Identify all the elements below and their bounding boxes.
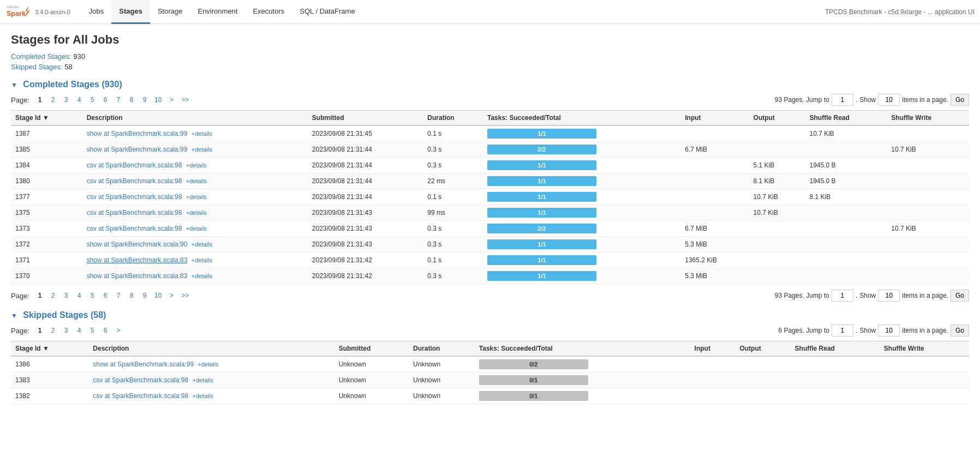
page-4-link-bot[interactable]: 4	[73, 290, 85, 302]
page-10-link-bot[interactable]: 10	[152, 290, 164, 302]
page-next-link[interactable]: >	[165, 94, 177, 106]
stage-description-link[interactable]: show at SparkBenchmark.scala:83	[87, 272, 188, 280]
skipped-page-2-link[interactable]: 2	[47, 324, 59, 336]
nav-sql-dataframe[interactable]: SQL / DataFrame	[292, 0, 362, 24]
show-items-input-bottom[interactable]	[878, 290, 900, 302]
skipped-details-link[interactable]: +details	[192, 393, 213, 399]
skipped-jump-to-input[interactable]	[832, 324, 853, 336]
skipped-output-cell	[735, 388, 790, 404]
page-3-link-bot[interactable]: 3	[60, 290, 72, 302]
details-link[interactable]: +details	[186, 162, 207, 169]
table-row: 1382 csv at SparkBenchmark.scala:98 +det…	[11, 388, 969, 404]
page-last-link[interactable]: >>	[178, 94, 192, 106]
page-3-link[interactable]: 3	[60, 94, 72, 106]
skipped-col-submitted: Submitted	[334, 341, 409, 357]
go-button-bottom[interactable]: Go	[951, 290, 969, 302]
stage-description-link[interactable]: show at SparkBenchmark.scala:90	[87, 240, 188, 248]
page-5-link[interactable]: 5	[86, 94, 98, 106]
input-cell: 1365.2 KiB	[680, 252, 749, 268]
nav-storage[interactable]: Storage	[150, 0, 190, 24]
completed-section-header[interactable]: ▼ Completed Stages (930)	[11, 80, 969, 89]
stage-description-link[interactable]: csv at SparkBenchmark.scala:98	[87, 225, 182, 232]
description-cell: csv at SparkBenchmark.scala:98 +details	[82, 221, 308, 237]
skipped-details-link[interactable]: +details	[192, 377, 213, 383]
page-10-link[interactable]: 10	[152, 94, 164, 106]
shuffle-read-cell	[805, 252, 887, 268]
nav-executors[interactable]: Executors	[245, 0, 292, 24]
page-next-link-bot[interactable]: >	[165, 290, 177, 302]
completed-stages-link[interactable]: Completed Stages:	[11, 52, 71, 61]
duration-cell: 0.3 s	[423, 158, 483, 173]
jump-to-input-top[interactable]	[832, 94, 853, 106]
details-link[interactable]: +details	[186, 178, 207, 184]
details-link[interactable]: +details	[186, 225, 207, 232]
page-2-link[interactable]: 2	[47, 94, 59, 106]
page-6-link-bot[interactable]: 6	[99, 290, 111, 302]
skipped-page-6-link[interactable]: 6	[99, 324, 111, 336]
duration-cell: 0.1 s	[423, 125, 483, 142]
stage-description-link[interactable]: show at SparkBenchmark.scala:83	[87, 256, 188, 264]
svg-text:Spark: Spark	[7, 10, 26, 17]
shuffle-write-cell	[887, 125, 969, 142]
details-link[interactable]: +details	[186, 194, 207, 200]
skipped-stage-description-link[interactable]: csv at SparkBenchmark.scala:98	[93, 392, 188, 400]
page-6-link[interactable]: 6	[99, 94, 111, 106]
page-7-link[interactable]: 7	[112, 94, 124, 106]
skipped-stage-description-link[interactable]: csv at SparkBenchmark.scala:98	[93, 376, 188, 384]
details-link[interactable]: +details	[192, 130, 212, 137]
page-9-link[interactable]: 9	[139, 94, 151, 106]
skipped-details-link[interactable]: +details	[198, 361, 218, 368]
page-7-link-bot[interactable]: 7	[112, 290, 124, 302]
details-link[interactable]: +details	[186, 209, 207, 216]
skipped-show-items-input[interactable]	[878, 324, 900, 336]
show-items-input-top[interactable]	[878, 94, 900, 106]
skipped-page-next-link[interactable]: >	[112, 324, 124, 336]
stage-description-link[interactable]: csv at SparkBenchmark.scala:98	[87, 209, 182, 217]
duration-cell: 0.1 s	[423, 252, 483, 268]
skipped-col-tasks: Tasks: Succeeded/Total	[475, 341, 690, 357]
page-5-link-bot[interactable]: 5	[86, 290, 98, 302]
spark-logo-icon: APACHE Spark	[5, 4, 32, 20]
skipped-col-shuffle-read: Shuffle Read	[791, 341, 880, 357]
nav-stages[interactable]: Stages	[111, 0, 150, 24]
skipped-output-cell	[735, 356, 790, 372]
stage-description-link[interactable]: show at SparkBenchmark.scala:99	[87, 146, 188, 153]
skipped-tasks-progress-bar: 0/1	[479, 391, 588, 401]
stage-description-link[interactable]: csv at SparkBenchmark.scala:98	[87, 161, 182, 169]
page-2-link-bot[interactable]: 2	[47, 290, 59, 302]
col-stage-id[interactable]: Stage Id ▼	[11, 111, 82, 126]
nav-environment[interactable]: Environment	[190, 0, 245, 24]
page-4-link[interactable]: 4	[73, 94, 85, 106]
output-cell: 10.7 KiB	[749, 205, 805, 221]
submitted-cell: 2023/09/08 21:31:42	[308, 268, 423, 284]
stage-description-link[interactable]: csv at SparkBenchmark.scala:98	[87, 177, 182, 185]
stage-description-link[interactable]: show at SparkBenchmark.scala:99	[87, 130, 188, 137]
skipped-stage-description-link[interactable]: show at SparkBenchmark.scala:99	[93, 360, 194, 368]
col-duration: Duration	[423, 111, 483, 126]
skipped-page-4-link[interactable]: 4	[73, 324, 85, 336]
nav-jobs[interactable]: Jobs	[81, 0, 111, 24]
details-link[interactable]: +details	[192, 257, 212, 263]
skipped-tasks-progress-label: 0/1	[479, 391, 588, 401]
skipped-go-button[interactable]: Go	[951, 324, 969, 336]
skipped-submitted-cell: Unknown	[334, 356, 409, 372]
skipped-shuffle-write-cell	[880, 388, 969, 404]
skipped-page-3-link[interactable]: 3	[60, 324, 72, 336]
go-button-top[interactable]: Go	[951, 94, 969, 106]
details-link[interactable]: +details	[192, 146, 212, 153]
details-link[interactable]: +details	[192, 241, 212, 248]
jump-to-input-bottom[interactable]	[832, 290, 853, 302]
skipped-col-stage-id[interactable]: Stage Id ▼	[11, 341, 88, 357]
skipped-stages-link[interactable]: Skipped Stages:	[11, 63, 63, 71]
page-8-link[interactable]: 8	[126, 94, 138, 106]
skipped-section-header[interactable]: ▼ Skipped Stages (58)	[11, 310, 969, 320]
page-8-link-bot[interactable]: 8	[126, 290, 138, 302]
page-last-link-bot[interactable]: >>	[178, 290, 192, 302]
details-link[interactable]: +details	[192, 273, 212, 279]
stage-description-link[interactable]: csv at SparkBenchmark.scala:98	[87, 193, 182, 201]
page-9-link-bot[interactable]: 9	[139, 290, 151, 302]
skipped-page-5-link[interactable]: 5	[86, 324, 98, 336]
skipped-tasks-progress-bar: 0/1	[479, 375, 588, 385]
shuffle-write-cell: 10.7 KiB	[887, 142, 969, 158]
skipped-col-output: Output	[735, 341, 790, 357]
